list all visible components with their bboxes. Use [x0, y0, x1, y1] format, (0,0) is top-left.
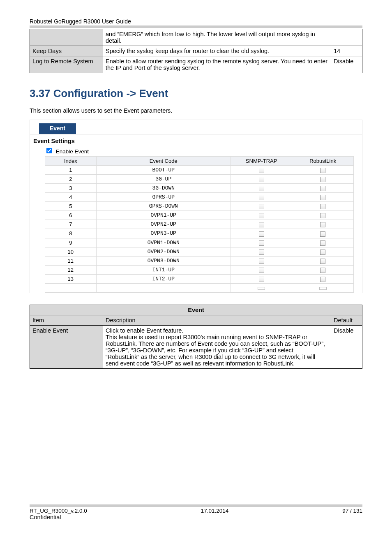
table-row: Enable Event Click to enable Event featu… — [30, 325, 362, 368]
robustlink-checkbox[interactable] — [320, 277, 325, 282]
col-snmp: SNMP-TRAP — [231, 157, 292, 166]
spec-desc: and “EMERG” which from low to high. The … — [103, 29, 331, 46]
footer-left: RT_UG_R3000_v.2.0.0 — [30, 508, 87, 514]
spec-label: Keep Days — [30, 46, 103, 56]
event-default: Disable — [331, 325, 362, 368]
event-tab[interactable]: Event — [39, 123, 76, 134]
event-index: 2 — [45, 175, 97, 184]
event-index: 12 — [45, 265, 97, 274]
table-row: 1BOOT-UP — [45, 166, 354, 175]
spec-label — [30, 29, 103, 46]
robustlink-checkbox[interactable] — [320, 168, 325, 173]
spec-desc: Specify the syslog keep days for router … — [103, 46, 331, 56]
footer-right: 97 / 131 — [342, 508, 362, 514]
col-desc: Description — [103, 315, 331, 325]
event-code: OVPN2-DOWN — [96, 247, 231, 256]
event-code: GPRS-UP — [96, 193, 231, 202]
running-header: Robustel GoRugged R3000 User Guide — [30, 18, 362, 25]
event-code: OVPN1-UP — [96, 211, 231, 220]
col-index: Index — [45, 157, 97, 166]
col-code: Event Code — [96, 157, 231, 166]
table-row: 12INT1-UP — [45, 265, 354, 274]
event-index: 6 — [45, 211, 97, 220]
section-heading: 3.37 Configuration -> Event — [30, 87, 362, 100]
spec-label: Log to Remote System — [30, 56, 103, 73]
robustlink-checkbox[interactable] — [320, 177, 325, 182]
table-row: 33G-DOWN — [45, 184, 354, 193]
snmp-trap-checkbox[interactable] — [259, 186, 264, 191]
snmp-trap-checkbox[interactable] — [259, 231, 264, 237]
snmp-trap-checkbox[interactable] — [259, 213, 264, 218]
enable-event-checkbox[interactable] — [46, 148, 52, 154]
table-row: 11OVPN3-DOWN — [45, 256, 354, 265]
robustlink-checkbox[interactable] — [320, 222, 325, 227]
table-row: 7OVPN2-UP — [45, 220, 354, 229]
table-row: 10OVPN2-DOWN — [45, 247, 354, 256]
robustlink-checkbox[interactable] — [320, 240, 325, 246]
col-item: Item — [30, 315, 103, 325]
event-index: 10 — [45, 247, 97, 256]
robustlink-checkbox[interactable] — [320, 250, 325, 255]
event-index: 5 — [45, 202, 97, 211]
robustlink-checkbox[interactable] — [320, 213, 325, 218]
event-code: INT2-UP — [96, 274, 231, 283]
col-def: Default — [331, 315, 362, 325]
snmp-trap-checkbox[interactable] — [259, 268, 264, 273]
snmp-trap-checkbox[interactable] — [259, 250, 264, 255]
snmp-trap-checkbox[interactable] — [259, 259, 264, 264]
spec-desc: Enable to allow router sending syslog to… — [103, 56, 331, 73]
event-index: 13 — [45, 274, 97, 283]
event-code: 3G-UP — [96, 175, 231, 184]
footer-center: 17.01.2014 — [201, 508, 229, 514]
table-row: 6OVPN1-UP — [45, 211, 354, 220]
table-row: 8OVPN3-UP — [45, 229, 354, 238]
event-desc: Click to enable Event feature. This feat… — [103, 325, 331, 368]
event-code: OVPN1-DOWN — [96, 238, 231, 247]
event-index: 4 — [45, 193, 97, 202]
snmp-trap-checkbox[interactable] — [259, 222, 264, 227]
event-settings-heading: Event Settings — [30, 137, 362, 146]
checkbox-icon — [319, 287, 327, 290]
table-row: 13INT2-UP — [45, 274, 354, 283]
snmp-trap-checkbox[interactable] — [259, 195, 264, 200]
table-row: 9OVPN1-DOWN — [45, 238, 354, 247]
snmp-trap-checkbox[interactable] — [259, 168, 264, 173]
table-row: 4GPRS-UP — [45, 193, 354, 202]
snmp-trap-checkbox[interactable] — [259, 177, 264, 182]
col-robust: RobustLink — [292, 157, 354, 166]
event-codes-table: Index Event Code SNMP-TRAP RobustLink 1B… — [45, 156, 354, 293]
event-index: 1 — [45, 166, 97, 175]
snmp-trap-checkbox[interactable] — [259, 240, 264, 246]
event-panel: Event Event Settings Enable Event Index … — [30, 120, 362, 293]
checkbox-icon — [258, 287, 265, 290]
event-code: OVPN3-DOWN — [96, 256, 231, 265]
page-footer: RT_UG_R3000_v.2.0.0 17.01.2014 97 / 131 … — [30, 504, 362, 520]
event-index: 9 — [45, 238, 97, 247]
spec-default: Disable — [331, 56, 362, 73]
robustlink-checkbox[interactable] — [320, 204, 325, 209]
robustlink-checkbox[interactable] — [320, 186, 325, 191]
robustlink-checkbox[interactable] — [320, 195, 325, 200]
event-index: 8 — [45, 229, 97, 238]
event-code: BOOT-UP — [96, 166, 231, 175]
event-table-title: Event — [30, 305, 362, 315]
event-code: 3G-DOWN — [96, 184, 231, 193]
robustlink-checkbox[interactable] — [320, 231, 325, 237]
snmp-trap-checkbox[interactable] — [259, 277, 264, 282]
spec-default: 14 — [331, 46, 362, 56]
event-code: GPRS-DOWN — [96, 202, 231, 211]
table-row — [45, 283, 354, 292]
section-lead: This section allows users to set the Eve… — [30, 107, 362, 114]
event-item: Enable Event — [30, 325, 103, 368]
event-index: 11 — [45, 256, 97, 265]
robustlink-checkbox[interactable] — [320, 268, 325, 273]
table-row: and “EMERG” which from low to high. The … — [30, 29, 362, 46]
syslog-spec-table: and “EMERG” which from low to high. The … — [30, 29, 362, 73]
table-row: 5GPRS-DOWN — [45, 202, 354, 211]
event-code: INT1-UP — [96, 265, 231, 274]
event-code: OVPN2-UP — [96, 220, 231, 229]
robustlink-checkbox[interactable] — [320, 259, 325, 264]
snmp-trap-checkbox[interactable] — [259, 204, 264, 209]
event-index: 7 — [45, 220, 97, 229]
event-code: OVPN3-UP — [96, 229, 231, 238]
